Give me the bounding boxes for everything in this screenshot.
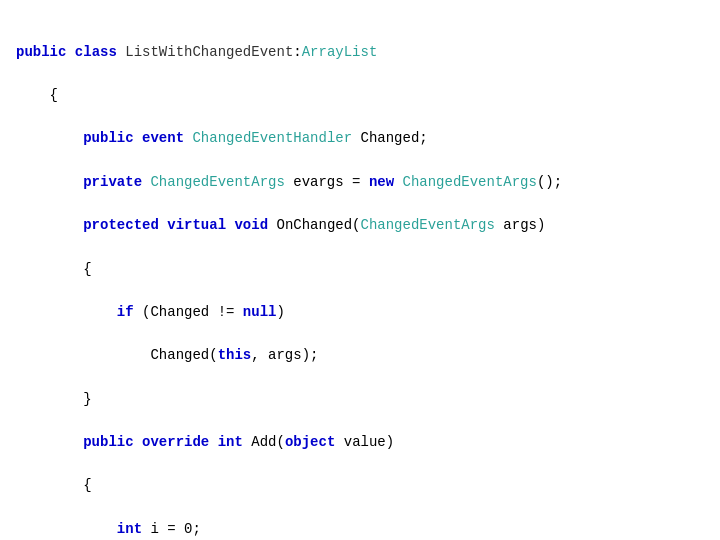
code-block: public class ListWithChangedEvent:ArrayL…	[0, 0, 720, 540]
line-10: public override int Add(object value)	[16, 432, 704, 454]
line-4: private ChangedEventArgs evargs = new Ch…	[16, 172, 704, 194]
keyword-void: void	[234, 217, 268, 233]
keyword-virtual: virtual	[167, 217, 226, 233]
keyword-public-3: public	[83, 434, 133, 450]
keyword-protected: protected	[83, 217, 159, 233]
type-changed-handler: ChangedEventHandler	[192, 130, 352, 146]
line-6: {	[16, 259, 704, 281]
classname: ListWithChangedEvent	[125, 44, 293, 60]
type-changed-args-3: ChangedEventArgs	[361, 217, 495, 233]
keyword-public-2: public	[83, 130, 133, 146]
line-11: {	[16, 475, 704, 497]
keyword-event: event	[142, 130, 184, 146]
line-5: protected virtual void OnChanged(Changed…	[16, 215, 704, 237]
keyword-int: int	[218, 434, 243, 450]
keyword-null: null	[243, 304, 277, 320]
type-changed-args-2: ChangedEventArgs	[403, 174, 537, 190]
line-12: int i = 0;	[16, 519, 704, 540]
keyword-new: new	[369, 174, 394, 190]
keyword-private: private	[83, 174, 142, 190]
keyword-this: this	[218, 347, 252, 363]
keyword-if: if	[117, 304, 134, 320]
line-8: Changed(this, args);	[16, 345, 704, 367]
base-class: ArrayList	[302, 44, 378, 60]
line-2: {	[16, 85, 704, 107]
keyword-object: object	[285, 434, 335, 450]
line-3: public event ChangedEventHandler Changed…	[16, 128, 704, 150]
line-1: public class ListWithChangedEvent:ArrayL…	[16, 42, 704, 64]
line-7: if (Changed != null)	[16, 302, 704, 324]
line-9: }	[16, 389, 704, 411]
keyword-override: override	[142, 434, 209, 450]
keyword-public: public	[16, 44, 66, 60]
keyword-int: int	[117, 521, 142, 537]
keyword-class: class	[75, 44, 117, 60]
type-changed-args: ChangedEventArgs	[150, 174, 284, 190]
